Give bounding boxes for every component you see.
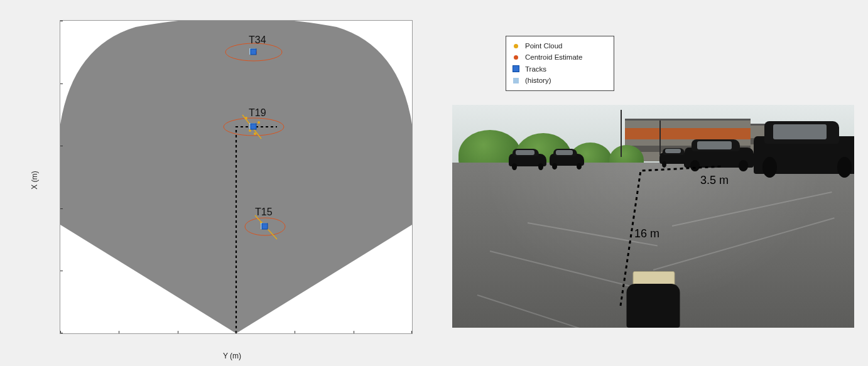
- x-axis-label-vertical: X (m): [30, 171, 39, 189]
- pointcloud-swatch-icon: [511, 41, 520, 50]
- fov-sector-top: [60, 21, 412, 225]
- legend-history: (history): [511, 75, 609, 86]
- plot-area: T34 T19 T15 0 5 10 15 20 25 15 10 5 0 -5…: [60, 20, 413, 334]
- t19-pc: [254, 132, 256, 135]
- history-swatch-icon: [511, 76, 520, 85]
- t19-track: [251, 124, 256, 129]
- label-dist-along: 16 m: [634, 227, 659, 240]
- t34-track: [251, 49, 256, 55]
- page-root: X (m): [0, 0, 868, 366]
- legend-pointcloud: Point Cloud: [511, 40, 609, 51]
- label-t19: T19: [249, 107, 266, 119]
- camera-photo: 16 m 3.5 m: [452, 105, 854, 328]
- legend-tracks-label: Tracks: [525, 63, 546, 75]
- tracks-swatch-icon: [511, 65, 520, 73]
- t19-pc: [258, 121, 260, 124]
- legend-centroid: Centroid Estimate: [511, 51, 609, 63]
- t15-track: [262, 223, 268, 229]
- legend: Point Cloud Centroid Estimate Tracks (hi…: [506, 36, 614, 91]
- label-t15: T15: [255, 207, 273, 218]
- legend-history-label: (history): [525, 75, 551, 86]
- tracking-plot-panel: X (m): [25, 14, 427, 353]
- t19-pc: [249, 129, 251, 132]
- label-t34: T34: [249, 35, 266, 46]
- centroid-swatch-icon: [511, 53, 520, 62]
- y-axis-label-horizontal: Y (m): [223, 352, 241, 364]
- plot-svg: [60, 21, 412, 333]
- label-dist-across: 3.5 m: [700, 174, 729, 187]
- legend-tracks: Tracks: [511, 63, 609, 75]
- legend-pointcloud-label: Point Cloud: [525, 40, 562, 51]
- sensor-mount: [624, 271, 683, 328]
- sensor-body-icon: [627, 284, 680, 328]
- legend-centroid-label: Centroid Estimate: [525, 51, 582, 63]
- camera-panel: Point Cloud Centroid Estimate Tracks (hi…: [452, 14, 854, 353]
